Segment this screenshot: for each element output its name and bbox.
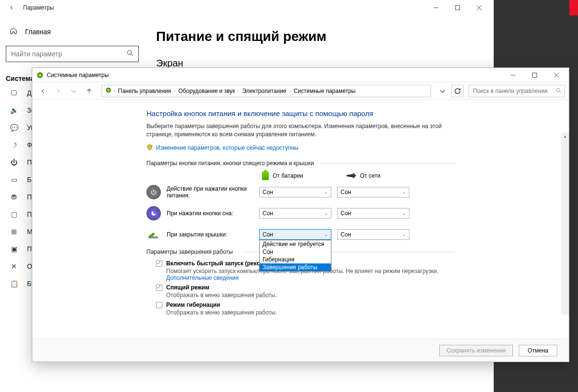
- select-lid-ac[interactable]: Сон⌄: [337, 229, 409, 240]
- back-button[interactable]: [4, 4, 19, 11]
- crumb-system-params[interactable]: Системные параметры: [292, 88, 356, 94]
- settings-title: Параметры: [23, 4, 54, 11]
- cancel-button[interactable]: Отмена: [519, 345, 557, 356]
- lid-icon: [146, 227, 161, 242]
- dropdown-option-selected[interactable]: Завершение работы: [260, 263, 331, 271]
- project-icon: ▣: [10, 245, 18, 253]
- battery-icon: [262, 171, 269, 180]
- dialog-body: Настройка кнопок питания и включение защ…: [32, 100, 569, 339]
- settings-search[interactable]: [6, 46, 139, 62]
- select-sleep-ac[interactable]: Сон⌄: [337, 208, 409, 219]
- dlg-maximize-button[interactable]: [524, 67, 545, 83]
- select-power-ac[interactable]: Сон⌄: [337, 187, 409, 197]
- dialog-title: Системные параметры: [47, 72, 109, 78]
- vertical-scrollbar[interactable]: ▴: [561, 132, 569, 314]
- power-button-icon: [146, 185, 161, 199]
- dlg-close-button[interactable]: [545, 67, 567, 83]
- select-sleep-battery[interactable]: Сон⌄: [259, 208, 331, 219]
- search-icon: [127, 50, 133, 58]
- settings-search-input[interactable]: [11, 50, 127, 58]
- breadcrumb[interactable]: › Панель управления › Оборудование и зву…: [102, 85, 431, 97]
- tablet-icon: ▢: [10, 210, 18, 218]
- breadcrumb-dropdown-button[interactable]: [436, 84, 449, 98]
- uac-shield-link[interactable]: Изменение параметров, которые сейчас нед…: [146, 144, 455, 152]
- hiber-desc: Отображать в меню завершения работы.: [166, 309, 277, 316]
- chevron-down-icon: ⌄: [324, 232, 328, 237]
- notifications-icon: 💬: [10, 124, 18, 131]
- check-sleep[interactable]: Спящий режим Отображать в меню завершени…: [156, 284, 455, 299]
- crumb-hardware[interactable]: Оборудование и звук: [177, 88, 236, 94]
- svg-point-6: [107, 89, 109, 91]
- clipboard-icon: 📋: [10, 280, 18, 287]
- scroll-up-button[interactable]: ▴: [561, 132, 569, 140]
- chevron-right-icon: ›: [114, 89, 115, 93]
- refresh-button[interactable]: [451, 85, 464, 97]
- chevron-down-icon: ⌄: [402, 232, 406, 237]
- control-panel-dialog: Системные параметры › Панель управления …: [32, 67, 569, 362]
- home-icon: [10, 27, 17, 36]
- row-power-label: Действие при нажатии кнопки питания:: [167, 185, 253, 199]
- sound-icon: 🔉: [10, 106, 18, 114]
- breadcrumb-icon: [105, 87, 112, 95]
- checkbox-hibernate[interactable]: [156, 302, 162, 308]
- page-heading: Настройка кнопок питания и включение защ…: [146, 109, 455, 118]
- maximize-button[interactable]: [447, 0, 468, 15]
- dlg-minimize-button[interactable]: [502, 67, 524, 83]
- chevron-down-icon: ⌄: [324, 211, 328, 216]
- control-panel-search-input[interactable]: [473, 88, 556, 94]
- page-description: Выберите параметры завершения работы для…: [146, 122, 455, 139]
- dialog-footer: Сохранить изменения Отмена: [32, 339, 569, 362]
- shield-icon: [146, 144, 153, 152]
- sidebar-home-label: Главная: [25, 28, 51, 36]
- nav-back-button[interactable]: [36, 84, 50, 98]
- nav-recent-button[interactable]: [67, 84, 80, 98]
- svg-point-3: [39, 74, 41, 77]
- focus-icon: ☽: [10, 141, 18, 149]
- dropdown-option[interactable]: Сон: [260, 248, 331, 256]
- nav-forward-button[interactable]: [52, 84, 65, 98]
- sleep-title: Спящий режим: [166, 284, 277, 291]
- learn-more-link[interactable]: Дополнительные сведения: [166, 274, 238, 281]
- multitask-icon: ⊞: [10, 228, 18, 235]
- check-hibernate[interactable]: Режим гибернации Отображать в меню завер…: [156, 301, 455, 316]
- uac-link-text[interactable]: Изменение параметров, которые сейчас нед…: [156, 144, 299, 151]
- sleep-button-icon: [146, 206, 161, 221]
- search-icon: [556, 87, 562, 95]
- shared-icon: ✕: [10, 262, 18, 270]
- minimize-button[interactable]: [425, 0, 447, 15]
- settings-titlebar: Параметры: [0, 0, 494, 15]
- power-plan-icon: [36, 71, 44, 79]
- nav-up-button[interactable]: [82, 84, 96, 98]
- chevron-down-icon: ⌄: [324, 190, 328, 195]
- background-red-strip: [569, 0, 578, 15]
- plug-icon: [346, 173, 356, 179]
- crumb-power[interactable]: Электропитание: [241, 88, 287, 94]
- svg-point-7: [557, 88, 560, 91]
- col-battery: От батареи: [262, 171, 303, 180]
- row-sleep-label: При нажатии кнопки сна:: [167, 210, 253, 217]
- dropdown-option[interactable]: Действие не требуется: [260, 240, 331, 248]
- dialog-toolbar: › Панель управления › Оборудование и зву…: [32, 82, 569, 100]
- control-panel-search[interactable]: [469, 85, 565, 97]
- lid-battery-dropdown[interactable]: Действие не требуется Сон Гибернация Зав…: [259, 240, 331, 272]
- checkbox-fast[interactable]: [156, 261, 162, 267]
- dialog-titlebar: Системные параметры: [32, 68, 569, 82]
- window-controls: [425, 0, 490, 15]
- select-power-battery[interactable]: Сон⌄: [259, 187, 331, 197]
- dropdown-option[interactable]: Гибернация: [260, 256, 331, 263]
- storage-icon: ⛃: [10, 193, 18, 201]
- checkbox-sleep[interactable]: [156, 285, 162, 291]
- svg-rect-8: [148, 236, 158, 238]
- row-sleep-button: При нажатии кнопки сна: Сон⌄ Сон⌄: [146, 206, 455, 221]
- sidebar-home[interactable]: Главная: [4, 23, 141, 40]
- page-title: Питание и спящий режим: [156, 29, 482, 44]
- power-icon: ⏻: [10, 158, 18, 166]
- columns-header: От батареи От сети: [146, 171, 455, 180]
- crumb-control-panel[interactable]: Панель управления: [117, 88, 172, 94]
- hiber-title: Режим гибернации: [166, 301, 277, 308]
- save-button[interactable]: Сохранить изменения: [439, 345, 513, 356]
- display-icon: 🖵: [10, 89, 18, 97]
- select-lid-battery[interactable]: Сон⌄: [259, 229, 331, 240]
- svg-rect-4: [532, 73, 537, 77]
- close-button[interactable]: [468, 0, 490, 15]
